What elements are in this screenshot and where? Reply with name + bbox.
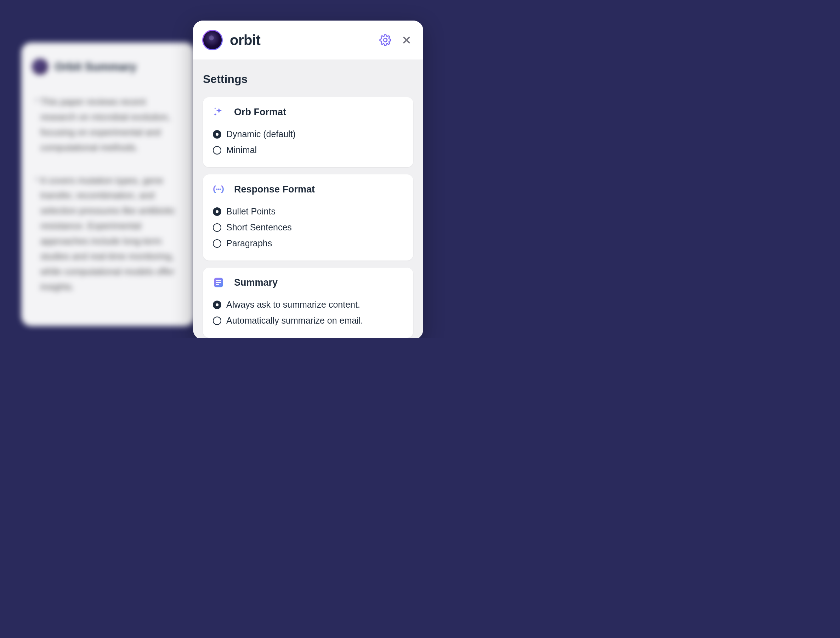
sparkle-icon	[213, 106, 224, 118]
radio-always-ask[interactable]: Always ask to summarize content.	[213, 297, 403, 313]
radio-indicator	[213, 239, 221, 248]
radio-short-sentences[interactable]: Short Sentences	[213, 219, 403, 235]
radio-dynamic[interactable]: Dynamic (default)	[213, 126, 403, 142]
radio-indicator	[213, 317, 221, 325]
radio-indicator	[213, 207, 221, 216]
radio-label: Paragraphs	[226, 238, 272, 249]
svg-point-2	[219, 188, 221, 190]
section-title: Orb Format	[234, 107, 286, 118]
radio-bullet-points[interactable]: Bullet Points	[213, 203, 403, 219]
radio-minimal[interactable]: Minimal	[213, 142, 403, 158]
radio-auto-email[interactable]: Automatically summarize on email.	[213, 313, 403, 329]
radio-label: Minimal	[226, 145, 257, 155]
svg-point-1	[218, 188, 219, 190]
bg-bullet-item: It covers mutation types, gene transfer,…	[32, 173, 184, 294]
response-icon	[213, 184, 224, 195]
radio-label: Short Sentences	[226, 222, 292, 233]
section-title: Summary	[234, 277, 278, 288]
summary-icon	[213, 277, 224, 288]
radio-label: Dynamic (default)	[226, 129, 296, 139]
radio-indicator	[213, 223, 221, 232]
svg-point-0	[216, 188, 218, 190]
radio-indicator	[213, 146, 221, 155]
radio-paragraphs[interactable]: Paragraphs	[213, 235, 403, 251]
radio-indicator	[213, 130, 221, 139]
close-icon[interactable]	[401, 35, 412, 45]
background-summary-card: Orbit Summary This paper reviews recent …	[21, 43, 195, 326]
radio-indicator	[213, 301, 221, 309]
settings-heading: Settings	[203, 73, 413, 86]
settings-gear-icon[interactable]	[379, 34, 391, 46]
app-name: orbit	[230, 32, 379, 48]
orbit-logo-icon	[202, 30, 223, 50]
bg-card-title: Orbit Summary	[55, 60, 136, 73]
orbit-logo-icon-bg	[32, 59, 48, 75]
section-response-format: Response Format Bullet Points Short Sent…	[203, 174, 413, 261]
panel-header: orbit	[193, 21, 423, 60]
settings-panel: orbit Settings	[193, 21, 423, 338]
section-orb-format: Orb Format Dynamic (default) Minimal	[203, 97, 413, 167]
radio-label: Automatically summarize on email.	[226, 315, 363, 326]
radio-label: Bullet Points	[226, 206, 276, 217]
radio-label: Always ask to summarize content.	[226, 299, 360, 310]
bg-bullet-item: This paper reviews recent research on mi…	[32, 94, 184, 155]
section-summary: Summary Always ask to summarize content.…	[203, 268, 413, 338]
section-title: Response Format	[234, 184, 315, 195]
